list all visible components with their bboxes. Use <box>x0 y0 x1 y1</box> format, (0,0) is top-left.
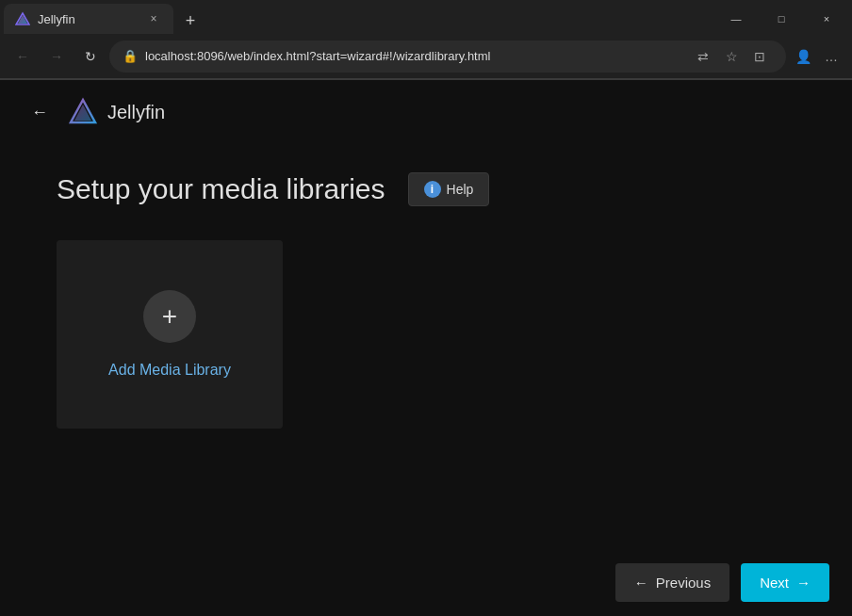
previous-icon: ← <box>634 575 648 591</box>
forward-button[interactable]: → <box>41 41 72 72</box>
wizard-footer: ← Previous Next → <box>593 548 852 616</box>
tab-bar: Jellyfin × + — □ × <box>0 0 852 34</box>
previous-button[interactable]: ← Previous <box>615 563 729 602</box>
active-tab[interactable]: Jellyfin × <box>4 4 173 34</box>
lock-icon: 🔒 <box>123 49 138 63</box>
help-icon: i <box>424 181 441 198</box>
bookmark-star-icon[interactable]: ☆ <box>718 43 745 70</box>
add-library-card[interactable]: + Add Media Library <box>57 240 283 429</box>
wizard-content: Setup your media libraries i Help + Add … <box>0 144 852 457</box>
help-button[interactable]: i Help <box>408 172 490 206</box>
address-text: localhost:8096/web/index.html?start=wiza… <box>145 49 682 63</box>
browser-chrome: Jellyfin × + — □ × ← → ↻ 🔒 localhost:809… <box>0 0 852 80</box>
profile-icon[interactable]: 👤 <box>790 43 816 70</box>
wizard-heading-row: Setup your media libraries i Help <box>57 172 795 206</box>
next-icon: → <box>796 575 811 591</box>
more-options-icon[interactable]: … <box>818 43 844 70</box>
wizard-heading: Setup your media libraries <box>57 173 385 205</box>
new-tab-button[interactable]: + <box>177 8 204 34</box>
jellyfin-header: ← Jellyfin <box>0 80 852 144</box>
add-library-plus-icon: + <box>143 290 196 343</box>
next-label: Next <box>760 575 789 591</box>
close-button[interactable]: × <box>805 4 848 34</box>
refresh-button[interactable]: ↻ <box>75 41 106 72</box>
favorites-icon[interactable]: ⊡ <box>746 43 773 70</box>
tab-close-button[interactable]: × <box>145 10 162 27</box>
library-cards: + Add Media Library <box>57 240 795 429</box>
jellyfin-title: Jellyfin <box>107 102 165 123</box>
address-bar-row: ← → ↻ 🔒 localhost:8096/web/index.html?st… <box>0 34 852 79</box>
minimize-button[interactable]: — <box>714 4 758 34</box>
next-button[interactable]: Next → <box>741 563 829 602</box>
page-content: ← Jellyfin Setup your media libraries i <box>0 80 852 616</box>
window-controls: — □ × <box>714 4 848 34</box>
browser-toolbar-icons: 👤 … <box>790 43 844 70</box>
help-button-label: Help <box>447 182 474 197</box>
address-bar[interactable]: 🔒 localhost:8096/web/index.html?start=wi… <box>109 41 786 73</box>
tab-label: Jellyfin <box>38 12 138 26</box>
maximize-button[interactable]: □ <box>760 4 803 34</box>
back-button[interactable]: ← <box>8 41 38 72</box>
jellyfin-logo-area: Jellyfin <box>68 97 165 127</box>
previous-label: Previous <box>656 575 711 591</box>
jellyfin-logo-icon <box>68 97 98 127</box>
add-library-label: Add Media Library <box>108 362 231 379</box>
jellyfin-back-button[interactable]: ← <box>23 95 57 129</box>
tab-favicon-icon <box>15 11 30 26</box>
address-actions: ⇄ ☆ ⊡ <box>690 43 773 70</box>
translate-icon[interactable]: ⇄ <box>690 43 716 70</box>
